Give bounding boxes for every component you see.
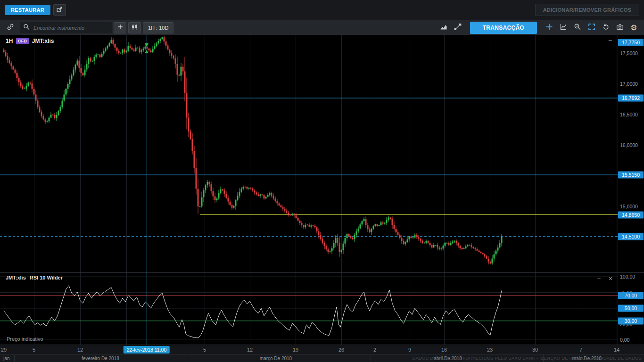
instrument-type-badge: CFD xyxy=(16,38,29,44)
chart-canvas[interactable] xyxy=(0,0,644,362)
rsi-axis-badge: 70,00 xyxy=(618,292,644,299)
time-tick: 30 xyxy=(532,347,538,353)
chart-legend: 1H CFD JMT:xlis xyxy=(6,38,54,44)
time-tick: 19 xyxy=(293,347,298,353)
time-tick: 7 xyxy=(579,347,582,353)
popout-icon xyxy=(56,6,63,14)
time-tick: 23 xyxy=(487,347,493,353)
refresh-icon xyxy=(602,23,610,32)
time-axis[interactable]: 295121951219262916233071422-fev-2018 11:… xyxy=(0,345,644,354)
time-tick: 2 xyxy=(373,347,376,353)
price-axis-badge: 16,7692 xyxy=(618,95,644,102)
popout-button[interactable] xyxy=(53,4,66,16)
rsi-axis-label: 100,00 xyxy=(620,274,635,280)
time-tick: 16 xyxy=(441,347,447,353)
price-axis-label: 17,0000 xyxy=(620,81,638,87)
rsi-legend-indicator: RSI 10 Wilder xyxy=(30,275,63,280)
price-axis-badge: 14,5100 xyxy=(618,233,644,240)
month-separator xyxy=(184,355,184,362)
instrument-search xyxy=(20,22,112,33)
price-axis-label: 17,5000 xyxy=(620,50,638,56)
search-icon xyxy=(23,24,30,32)
crosshair-icon xyxy=(545,23,553,32)
toolbar-right-group: TRANSACÇÃO xyxy=(438,22,640,34)
trendline-button[interactable] xyxy=(452,22,464,33)
search-input[interactable] xyxy=(33,25,109,31)
time-tick: 14 xyxy=(614,347,619,353)
market-data-disclaimer: DADOS DE MERCADO FORNECIDOS PELO SAXO BA… xyxy=(412,355,642,361)
month-label: fevereiro De 2018 xyxy=(82,356,119,361)
link-icon xyxy=(7,23,14,32)
price-axis-label: 15,0000 xyxy=(620,204,638,209)
indicative-price-note: Preço indicativo xyxy=(7,336,43,342)
rsi-legend: JMT:xlis RSI 10 Wilder xyxy=(6,275,63,280)
rsi-legend-symbol: JMT:xlis xyxy=(6,275,26,280)
add-instrument-button[interactable] xyxy=(114,22,126,33)
rsi-axis-label: 0,00 xyxy=(620,337,629,343)
timeframe-button[interactable]: 1H : 10D xyxy=(143,22,173,33)
price-axis-badge: 17,7750 xyxy=(618,39,644,46)
time-tick: 12 xyxy=(77,347,83,353)
month-label: jan xyxy=(3,356,9,361)
screenshot-button[interactable] xyxy=(613,22,626,33)
settings-button[interactable]: ⚙ xyxy=(627,22,640,33)
add-remove-charts-button[interactable]: ADICIONAR/REMOVER GRÁFICOS xyxy=(535,4,639,16)
month-separator xyxy=(14,355,15,362)
trade-button[interactable]: TRANSACÇÃO xyxy=(470,22,537,34)
restore-button[interactable]: RESTAURAR xyxy=(5,5,50,15)
link-button[interactable] xyxy=(4,22,17,33)
month-separator xyxy=(371,355,371,362)
time-tick: 12 xyxy=(247,347,253,353)
window-topbar: RESTAURAR ADICIONAR/REMOVER GRÁFICOS xyxy=(0,0,644,20)
legend-timeframe: 1H xyxy=(6,38,13,44)
zoom-out-button[interactable] xyxy=(571,22,584,33)
price-axis-badge: 15,5150 xyxy=(618,172,644,179)
expand-arrows-icon xyxy=(588,23,595,32)
price-axis-label: 16,0000 xyxy=(620,142,638,148)
price-axis-label: 16,5000 xyxy=(620,112,638,117)
camera-icon xyxy=(616,23,624,32)
rsi-pane-minimize-button[interactable]: − xyxy=(597,275,601,282)
candlestick-icon xyxy=(131,24,138,32)
indicator-chart-icon xyxy=(560,23,567,32)
indicator-button[interactable] xyxy=(557,22,570,33)
refresh-button[interactable] xyxy=(599,22,612,33)
rsi-axis-badge: 30,00 xyxy=(618,317,644,324)
price-axis-badge: 14,8650 xyxy=(618,211,644,218)
area-chart-button[interactable] xyxy=(438,22,450,33)
area-chart-icon xyxy=(440,23,447,32)
zoom-out-icon xyxy=(574,23,581,32)
time-tick: 26 xyxy=(339,347,344,353)
month-label: março De 2018 xyxy=(260,356,292,361)
crosshair-time-badge: 22-fev-2018 11:00 xyxy=(124,346,170,354)
chart-type-button[interactable] xyxy=(128,22,141,33)
plus-icon xyxy=(117,24,124,32)
rsi-axis-badge: 50,00 xyxy=(618,305,644,312)
gear-icon: ⚙ xyxy=(630,24,637,32)
time-tick: 5 xyxy=(203,347,206,353)
crosshair-tool-button[interactable] xyxy=(543,22,555,33)
expand-button[interactable] xyxy=(585,22,598,33)
chart-toolbar: 1H : 10D TRANSACÇÃO xyxy=(0,20,644,35)
rsi-pane-close-button[interactable]: × xyxy=(609,275,612,282)
time-tick: 9 xyxy=(408,347,411,353)
time-tick: 29 xyxy=(1,347,7,353)
time-tick: 5 xyxy=(33,347,35,353)
trendline-icon xyxy=(454,23,462,32)
main-pane-minimize-button[interactable]: − xyxy=(608,37,612,43)
legend-symbol: JMT:xlis xyxy=(32,38,54,44)
